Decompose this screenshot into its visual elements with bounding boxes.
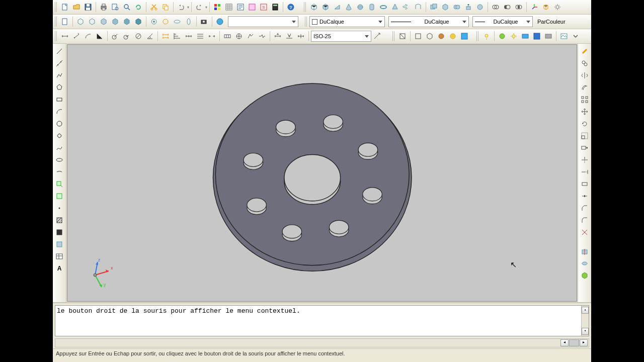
layer-combo[interactable]: DuCalque: [309, 16, 385, 27]
view-shade1-icon[interactable]: [98, 16, 109, 27]
intersect-icon[interactable]: [451, 2, 462, 13]
helix-icon[interactable]: [401, 2, 412, 13]
redo-icon[interactable]: [194, 2, 205, 13]
erase-icon[interactable]: [579, 46, 590, 57]
dim-aligned-icon[interactable]: [71, 31, 82, 42]
paste-icon[interactable]: [59, 16, 70, 27]
torus-icon[interactable]: [378, 2, 389, 13]
gear-icon[interactable]: [552, 2, 563, 13]
spline-icon[interactable]: [54, 142, 65, 153]
dim-break-icon[interactable]: [206, 31, 217, 42]
chamfer-icon[interactable]: [579, 203, 590, 214]
orbit3-icon[interactable]: [172, 16, 183, 27]
scroll-right-button[interactable]: ▸: [580, 339, 588, 346]
scroll-down-button[interactable]: ▾: [582, 328, 589, 335]
open-icon[interactable]: [71, 2, 82, 13]
sun-icon[interactable]: [508, 31, 519, 42]
convtosolid-icon[interactable]: [579, 270, 590, 281]
renderview-icon[interactable]: [531, 31, 542, 42]
solview-icon[interactable]: [424, 31, 435, 42]
thicken-icon[interactable]: [579, 258, 590, 269]
palette-icon[interactable]: [212, 2, 223, 13]
dimoverride-icon[interactable]: [295, 31, 306, 42]
view-shade3-icon[interactable]: [121, 16, 132, 27]
rotate-icon[interactable]: [579, 118, 590, 129]
ellipse-icon[interactable]: [54, 154, 65, 165]
fillet-icon[interactable]: [579, 215, 590, 226]
grip[interactable]: [55, 2, 58, 12]
copy-modify-icon[interactable]: [579, 58, 590, 69]
mirror-icon[interactable]: [579, 70, 590, 81]
box-icon[interactable]: [308, 2, 319, 13]
undo-icon[interactable]: [176, 2, 187, 13]
bool-union-icon[interactable]: [490, 2, 501, 13]
material-icon[interactable]: [497, 31, 508, 42]
cylinder-icon[interactable]: [366, 2, 377, 13]
hatch-icon[interactable]: [54, 215, 65, 226]
join-icon[interactable]: [579, 191, 590, 202]
scroll-up-button[interactable]: ▴: [582, 307, 589, 314]
flatshot-icon[interactable]: [413, 31, 424, 42]
sphere-icon[interactable]: [355, 2, 366, 13]
dim-linear-icon[interactable]: [59, 31, 70, 42]
solprof-icon[interactable]: [447, 31, 458, 42]
grip[interactable]: [305, 17, 308, 27]
insert-block-icon[interactable]: [54, 178, 65, 190]
table-insert-icon[interactable]: [54, 251, 65, 262]
soldraw-icon[interactable]: [436, 31, 447, 42]
dimtedit-icon[interactable]: [284, 31, 295, 42]
polyline-icon[interactable]: [54, 70, 65, 81]
tolerance-icon[interactable]: [222, 31, 233, 42]
dim-jogged-icon[interactable]: [121, 31, 132, 42]
dim-diameter-icon[interactable]: [133, 31, 144, 42]
render-icon[interactable]: [459, 31, 470, 42]
camera-icon[interactable]: [199, 16, 210, 27]
text-icon[interactable]: A: [54, 263, 65, 274]
revcloud-icon[interactable]: [54, 130, 65, 141]
drawing-viewport[interactable]: x y z ↖: [67, 44, 577, 302]
help-icon[interactable]: ?: [285, 2, 296, 13]
renderopt-icon[interactable]: [543, 31, 554, 42]
polygon-icon[interactable]: [54, 82, 65, 93]
dim-arc-icon[interactable]: [83, 31, 94, 42]
gradient-icon[interactable]: [54, 227, 65, 238]
circle-icon[interactable]: [54, 118, 65, 129]
orbit2-icon[interactable]: [160, 16, 171, 27]
grip[interactable]: [476, 31, 479, 41]
print-preview-icon[interactable]: [110, 2, 121, 13]
dimedit-icon[interactable]: A: [272, 31, 283, 42]
scroll-left-button[interactable]: ◂: [560, 339, 569, 346]
dim-baseline-icon[interactable]: [172, 31, 183, 42]
cube-icon[interactable]: [320, 2, 331, 13]
dim-ordinate-icon[interactable]: [94, 31, 105, 42]
extrude-icon[interactable]: [463, 2, 474, 13]
subtract-icon[interactable]: [440, 2, 451, 13]
centermark-icon[interactable]: [233, 31, 245, 42]
trim-icon[interactable]: [579, 154, 590, 165]
search-icon[interactable]: [121, 2, 132, 13]
slice-icon[interactable]: [579, 246, 590, 257]
copy-icon[interactable]: [160, 2, 171, 13]
inspect-icon[interactable]: [245, 31, 256, 42]
dimjogline-icon[interactable]: [257, 31, 268, 42]
offset-icon[interactable]: [579, 82, 590, 93]
grip[interactable]: [304, 2, 307, 12]
grip[interactable]: [55, 31, 58, 41]
cut-icon[interactable]: [148, 2, 159, 13]
grip[interactable]: [392, 31, 395, 41]
dimstyle-combo[interactable]: ISO-25: [311, 31, 371, 42]
world-icon[interactable]: [214, 16, 225, 27]
move-icon[interactable]: [579, 106, 590, 117]
table-icon[interactable]: [223, 2, 234, 13]
stretch-icon[interactable]: [579, 142, 590, 153]
ellipse-arc-icon[interactable]: [54, 166, 65, 177]
linetype-combo[interactable]: DuCalque: [388, 16, 469, 27]
make-block-icon[interactable]: [54, 191, 65, 202]
new-icon[interactable]: [59, 2, 70, 13]
print-icon[interactable]: [98, 2, 109, 13]
lineweight-combo[interactable]: DuCalque: [472, 16, 533, 27]
extend-icon[interactable]: [579, 166, 590, 177]
bool-subtract-icon[interactable]: [502, 2, 513, 13]
script-icon[interactable]: S: [258, 2, 269, 13]
point-icon[interactable]: [54, 203, 65, 214]
